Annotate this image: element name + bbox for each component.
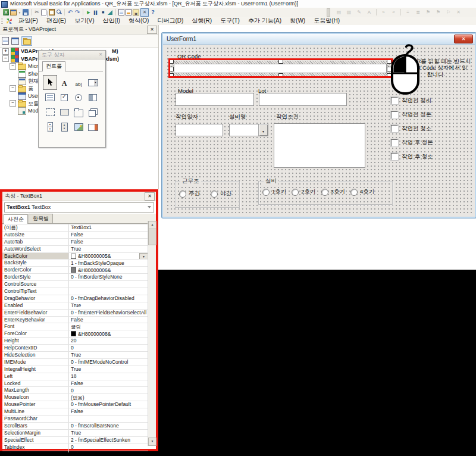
scroll-up-icon[interactable]: ▲ (148, 221, 156, 229)
properties-scrollbar[interactable]: ▲ ▼ (148, 221, 156, 446)
form-checkbox-row[interactable]: 작업 후 청소 (391, 154, 433, 160)
property-row[interactable]: MaxLength 0 (2, 387, 148, 394)
properties-window-icon[interactable] (126, 9, 131, 15)
toggle-folders-icon[interactable] (21, 36, 32, 46)
property-row[interactable]: Font 굴림 (2, 323, 148, 330)
work-cond-label[interactable]: 작업조건 (276, 113, 299, 121)
radio-option[interactable]: 4호기 (350, 188, 374, 196)
property-value[interactable]: TextBox1 (69, 224, 148, 231)
property-row[interactable]: DragBehavior 0 - fmDragBehaviorDisabled (2, 295, 148, 302)
property-value[interactable]: &H80000008& (69, 330, 148, 337)
work-date-textbox[interactable] (176, 124, 223, 136)
property-value[interactable]: False (69, 232, 148, 238)
property-row[interactable]: ScrollBars 0 - fmScrollBarsNone (2, 423, 148, 430)
menu-item[interactable]: 도구(T) (216, 17, 244, 25)
save-icon[interactable] (23, 9, 29, 15)
property-value[interactable]: False (69, 380, 148, 387)
userform-close-icon[interactable] (454, 35, 473, 43)
property-value[interactable]: False (69, 451, 148, 453)
radio-option[interactable]: 1호기 (262, 188, 286, 196)
work-cond-textbox[interactable] (274, 123, 365, 168)
property-value[interactable]: 1 - fmBackStyleOpaque (69, 260, 148, 266)
property-row[interactable]: ForeColor &H80000008& (2, 330, 148, 338)
property-row[interactable]: HelpContextID 0 (2, 345, 148, 352)
equipment-frame[interactable]: 설비 1호기 2호기 (258, 181, 393, 205)
property-row[interactable]: Left 18 (2, 373, 148, 380)
property-value[interactable]: 20 (69, 338, 148, 344)
property-row[interactable]: BorderColor &H80000006& (2, 267, 148, 274)
view-object-icon[interactable] (11, 38, 19, 45)
menu-item[interactable]: 삽입(I) (98, 17, 124, 25)
menu-item[interactable]: 형식(O) (124, 17, 153, 25)
scroll-thumb[interactable] (148, 229, 156, 245)
property-row[interactable]: Height 20 (2, 338, 148, 345)
property-row[interactable]: PasswordChar (2, 416, 148, 423)
redo-icon[interactable] (74, 9, 80, 15)
collapse-icon[interactable] (10, 100, 16, 107)
property-value[interactable] (69, 281, 148, 288)
tool-listbox-icon[interactable] (43, 90, 57, 105)
tool-optionbutton-icon[interactable] (71, 90, 86, 105)
tool-commandbutton-icon[interactable] (57, 105, 71, 120)
view-code-icon[interactable] (2, 37, 9, 45)
property-row[interactable]: IntegralHeight True (2, 366, 148, 373)
lot-textbox[interactable] (259, 93, 347, 106)
tab-alphabetic[interactable]: 사전순 (4, 214, 28, 224)
toolbox-close-icon[interactable] (97, 51, 104, 58)
property-row[interactable]: MouseIcon (없음) (2, 394, 148, 401)
insert-userform-icon[interactable] (10, 10, 17, 15)
property-value[interactable]: 0 - fmIMEModeNoControl (69, 359, 148, 366)
radio-icon[interactable] (292, 189, 299, 196)
property-row[interactable]: ControlTipText (2, 288, 148, 295)
tool-tabstrip-icon[interactable] (71, 105, 86, 120)
equip-name-combobox[interactable] (229, 124, 268, 136)
combo-dropdown-icon[interactable] (258, 124, 268, 136)
property-value[interactable]: False (69, 317, 148, 323)
property-row[interactable]: AutoWordSelect True (2, 246, 148, 253)
menu-item[interactable]: 편집(E) (42, 17, 70, 25)
property-value[interactable]: (없음) (69, 394, 148, 401)
properties-close-button[interactable] (145, 192, 155, 201)
tool-scrollbar-icon[interactable] (43, 120, 57, 135)
tool-image-icon[interactable] (71, 120, 86, 135)
property-value[interactable]: 0 - fmEnterFieldBehaviorSelectAll (69, 310, 148, 316)
property-value[interactable]: True (69, 352, 148, 358)
property-value[interactable]: 18 (69, 373, 148, 380)
property-value[interactable]: True (69, 302, 148, 309)
work-date-label[interactable]: 작업일자 (176, 113, 198, 121)
property-row[interactable]: TabKeyBehavior False (2, 451, 148, 453)
radio-icon[interactable] (262, 189, 270, 196)
form-checkbox-row[interactable]: 작업 후 정돈 (391, 140, 433, 146)
property-value[interactable]: True (69, 246, 148, 252)
expand-icon[interactable] (2, 48, 9, 55)
object-browser-icon[interactable] (133, 10, 139, 15)
property-value[interactable]: 0 - fmDragBehaviorDisabled (69, 295, 148, 302)
radio-option[interactable]: 2호기 (292, 188, 315, 196)
property-row[interactable]: MultiLine False (2, 408, 148, 416)
cut-icon[interactable] (34, 9, 40, 15)
project-close-button[interactable] (147, 26, 157, 34)
tab-controls[interactable]: 컨트롤 (42, 61, 65, 71)
checkbox-icon[interactable] (391, 111, 398, 118)
property-row[interactable]: TabIndex 0 (2, 444, 148, 451)
property-value[interactable]: 0 - fmMousePointerDefault (69, 401, 148, 408)
menu-item[interactable]: 디버그(D) (153, 17, 187, 25)
property-value[interactable]: False (69, 408, 148, 415)
property-value[interactable]: 0 (69, 345, 148, 351)
tool-refedit-icon[interactable] (86, 120, 100, 135)
tool-select-pointer-icon[interactable] (43, 75, 57, 90)
insert-dropdown-icon[interactable] (18, 9, 21, 15)
tool-spinbutton-icon[interactable] (57, 120, 71, 135)
property-row[interactable]: Locked False (2, 380, 148, 388)
property-value[interactable]: True (69, 430, 148, 436)
property-value[interactable]: True (69, 366, 148, 373)
reset-icon[interactable] (100, 9, 106, 15)
radio-option[interactable]: 야간 (211, 190, 231, 198)
property-row[interactable]: MousePointer 0 - fmMousePointerDefault (2, 401, 148, 408)
property-value[interactable]: 0 - fmScrollBarsNone (69, 423, 148, 429)
property-row[interactable]: BackStyle 1 - fmBackStyleOpaque (2, 260, 148, 267)
property-value[interactable] (69, 416, 148, 422)
tool-textbox-icon[interactable] (71, 75, 86, 90)
property-row[interactable]: EnterKeyBehavior False (2, 317, 148, 324)
undo-icon[interactable] (67, 9, 73, 15)
